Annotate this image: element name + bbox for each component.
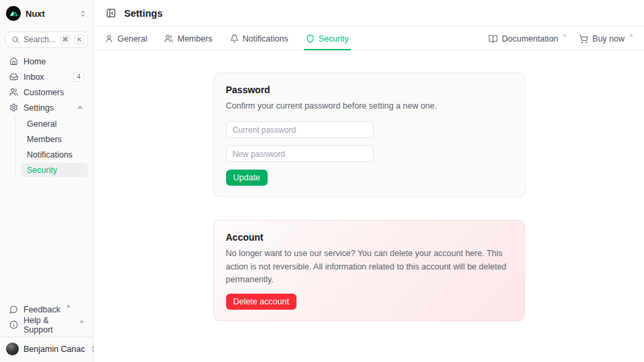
password-card-title: Password bbox=[226, 84, 513, 95]
sidebar-footer: Feedback Help & Support bbox=[0, 300, 93, 332]
sidebar-item-settings[interactable]: Settings bbox=[5, 101, 88, 115]
user-menu[interactable]: Benjamin Canac bbox=[6, 343, 87, 355]
collapse-sidebar-button[interactable] bbox=[105, 7, 117, 19]
subitem-label: General bbox=[27, 119, 56, 129]
inbox-count-badge: 4 bbox=[73, 72, 84, 82]
shield-icon bbox=[306, 34, 315, 43]
account-card-description: No longer want to use our service? You c… bbox=[226, 247, 513, 286]
account-card-title: Account bbox=[226, 232, 513, 243]
sidebar-item-label: Settings bbox=[23, 103, 54, 113]
book-open-icon bbox=[488, 34, 498, 44]
workspace-name: Nuxt bbox=[25, 9, 74, 19]
settings-security-panel: Password Confirm your current password b… bbox=[94, 51, 644, 362]
gear-icon bbox=[9, 103, 18, 112]
info-icon bbox=[9, 320, 18, 329]
panel-left-close-icon bbox=[106, 8, 116, 18]
search-input[interactable]: Search... ⌘ K bbox=[5, 32, 88, 48]
avatar bbox=[6, 343, 19, 355]
users-icon bbox=[9, 88, 18, 97]
search-icon bbox=[11, 36, 19, 44]
new-password-field[interactable] bbox=[226, 145, 374, 162]
password-card: Password Confirm your current password b… bbox=[213, 72, 525, 197]
sidebar-nav: Home Inbox 4 Customers Settings General bbox=[0, 52, 93, 180]
tabs: General Members Notifications Security bbox=[105, 27, 349, 50]
account-card: Account No longer want to use our servic… bbox=[213, 220, 525, 320]
sidebar-user-section: Benjamin Canac bbox=[0, 337, 93, 362]
sidebar-item-label: Customers bbox=[23, 88, 64, 97]
page-header: Settings bbox=[94, 0, 644, 27]
help-support-link[interactable]: Help & Support bbox=[5, 318, 88, 332]
sidebar-item-inbox[interactable]: Inbox 4 bbox=[5, 70, 88, 84]
sidebar-item-customers[interactable]: Customers bbox=[5, 85, 88, 99]
tab-label: General bbox=[117, 34, 147, 44]
delete-account-button[interactable]: Delete account bbox=[226, 294, 297, 310]
inbox-icon bbox=[9, 72, 18, 81]
password-card-description: Confirm your current password before set… bbox=[226, 100, 513, 113]
sidebar-subitem-notifications[interactable]: Notifications bbox=[21, 147, 88, 162]
current-password-field[interactable] bbox=[226, 121, 374, 138]
main-area: Settings General Members Notifications bbox=[94, 0, 644, 362]
documentation-link[interactable]: Documentation bbox=[488, 34, 567, 44]
sidebar-subitem-members[interactable]: Members bbox=[21, 132, 88, 146]
sidebar-item-label: Home bbox=[23, 57, 46, 66]
subitem-label: Security bbox=[27, 166, 57, 175]
tabbar: General Members Notifications Security bbox=[94, 27, 644, 51]
kbd-k: K bbox=[74, 34, 85, 45]
external-link-icon bbox=[79, 320, 84, 324]
footer-item-label: Help & Support bbox=[23, 316, 74, 335]
page-title: Settings bbox=[124, 8, 162, 19]
sidebar-subitem-security[interactable]: Security bbox=[21, 163, 88, 177]
settings-subtree: General Members Notifications Security bbox=[15, 117, 88, 177]
sidebar: Nuxt Search... ⌘ K Home Inbox 4 Cust bbox=[0, 0, 94, 362]
tab-label: Security bbox=[319, 34, 349, 44]
sidebar-subitem-general[interactable]: General bbox=[21, 117, 88, 131]
user-name: Benjamin Canac bbox=[23, 345, 85, 354]
external-link-icon bbox=[629, 34, 633, 38]
user-icon bbox=[105, 34, 113, 43]
footer-item-label: Feedback bbox=[23, 305, 60, 314]
external-link-icon bbox=[562, 34, 567, 38]
kbd-cmd: ⌘ bbox=[60, 34, 71, 45]
chevrons-up-down-icon bbox=[79, 10, 87, 17]
tab-label: Notifications bbox=[243, 34, 288, 44]
sidebar-item-home[interactable]: Home bbox=[5, 54, 88, 68]
update-password-button[interactable]: Update bbox=[226, 170, 268, 186]
password-form: Update bbox=[226, 121, 513, 186]
subitem-label: Notifications bbox=[27, 150, 72, 160]
tab-members[interactable]: Members bbox=[164, 27, 212, 50]
workspace-switcher[interactable]: Nuxt bbox=[0, 0, 93, 27]
sidebar-item-label: Inbox bbox=[23, 72, 44, 82]
nuxt-logo-icon bbox=[6, 6, 21, 21]
bell-icon bbox=[230, 34, 239, 43]
chevron-up-icon bbox=[76, 104, 84, 111]
tab-notifications[interactable]: Notifications bbox=[230, 27, 288, 50]
subitem-label: Members bbox=[27, 135, 62, 144]
tab-label: Members bbox=[177, 34, 212, 44]
buy-now-link[interactable]: Buy now bbox=[579, 34, 633, 44]
tabbar-actions: Documentation Buy now bbox=[488, 27, 633, 50]
action-label: Buy now bbox=[592, 34, 625, 44]
feedback-link[interactable]: Feedback bbox=[5, 302, 88, 316]
app-window: Nuxt Search... ⌘ K Home Inbox 4 Cust bbox=[0, 0, 644, 362]
action-label: Documentation bbox=[502, 34, 558, 44]
users-icon bbox=[164, 34, 173, 43]
tab-general[interactable]: General bbox=[105, 27, 147, 50]
shopping-cart-icon bbox=[579, 34, 588, 44]
external-link-icon bbox=[66, 304, 70, 309]
home-icon bbox=[9, 57, 18, 66]
message-circle-icon bbox=[9, 305, 18, 314]
tab-security[interactable]: Security bbox=[306, 27, 349, 50]
search-placeholder: Search... bbox=[23, 35, 56, 44]
